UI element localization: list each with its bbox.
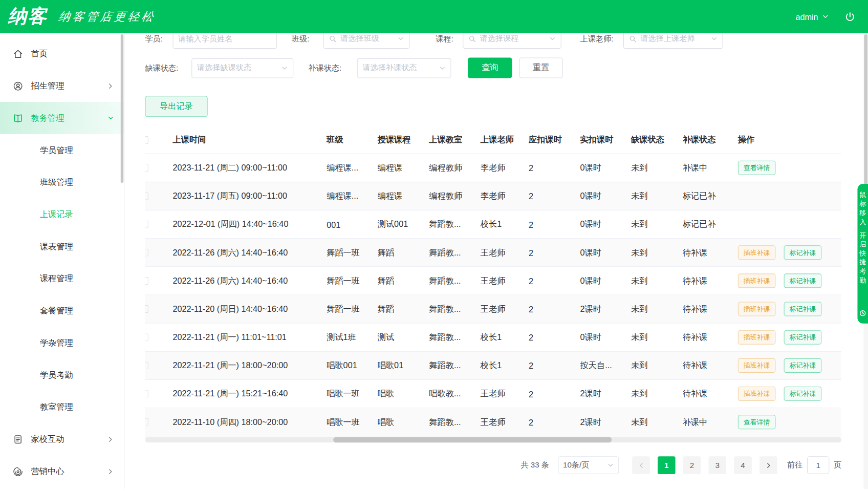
- page-button-4[interactable]: 4: [734, 456, 752, 474]
- page-size-value: 10条/页: [563, 460, 607, 470]
- filter-select[interactable]: 请选择补课状态: [357, 58, 451, 78]
- user-menu[interactable]: admin: [795, 12, 829, 21]
- cell-due: 2: [523, 248, 575, 257]
- column-header: 班级: [321, 135, 372, 145]
- insert-class-makeup-button[interactable]: 插班补课: [738, 387, 776, 401]
- sidebar-item-1[interactable]: 招生管理: [0, 70, 124, 102]
- academic-icon: [12, 113, 24, 124]
- mark-makeup-button[interactable]: 标记补课: [784, 245, 822, 260]
- view-details-button[interactable]: 查看详情: [738, 161, 776, 175]
- clipped-checkbox: [145, 277, 148, 285]
- cell-room: 舞蹈教...: [423, 417, 475, 428]
- sidebar-scrollbar[interactable]: [121, 34, 123, 183]
- page-button-1[interactable]: 1: [658, 456, 676, 474]
- sidebar-subitem-4[interactable]: 班级管理: [0, 166, 124, 198]
- checkbox-column-spacer: [145, 192, 167, 200]
- sidebar-item-label: 套餐管理: [40, 306, 73, 316]
- cell-makeup: 标记已补: [677, 219, 732, 230]
- sidebar-subitem-3[interactable]: 学员管理: [0, 134, 124, 166]
- sidebar-subitem-7[interactable]: 课程管理: [0, 263, 124, 295]
- sidebar-item-2[interactable]: 教务管理: [0, 102, 124, 134]
- chevron-down-icon: [822, 13, 829, 20]
- cell-due: 2: [523, 417, 575, 427]
- sidebar-item-label: 家校互动: [31, 434, 64, 444]
- student-name-field[interactable]: [178, 34, 271, 43]
- sidebar-subitem-9[interactable]: 学杂管理: [0, 327, 124, 359]
- column-header: 应扣课时: [523, 135, 575, 145]
- next-page-button[interactable]: [760, 456, 777, 474]
- cell-absent: 未到: [625, 247, 677, 258]
- cell-makeup: 标记已补: [677, 191, 732, 202]
- page-button-2[interactable]: 2: [683, 456, 701, 474]
- column-header: 操作: [732, 135, 841, 145]
- clipped-checkbox: [145, 362, 148, 369]
- view-details-button[interactable]: 查看详情: [738, 415, 776, 429]
- sidebar-subitem-8[interactable]: 套餐管理: [0, 294, 124, 327]
- power-logout-icon[interactable]: [844, 11, 856, 23]
- search-icon: [468, 35, 476, 42]
- app-logo: 纳客: [8, 4, 48, 30]
- mark-makeup-button[interactable]: 标记补课: [784, 358, 822, 373]
- cell-time: 2022-11-21 (周一) 15:21~16:40: [167, 389, 321, 399]
- select-placeholder: 请选择补课状态: [362, 63, 436, 73]
- cell-course: 测试: [372, 332, 424, 343]
- cell-teacher: 校长1: [475, 332, 523, 343]
- table-horizontal-scrollbar[interactable]: [145, 437, 841, 442]
- insert-class-makeup-button[interactable]: 插班补课: [738, 330, 776, 345]
- insert-class-makeup-button[interactable]: 插班补课: [738, 302, 776, 316]
- sidebar-subitem-11[interactable]: 教室管理: [0, 391, 124, 423]
- cell-due: 2: [523, 276, 575, 285]
- cell-className: 测试1班: [321, 332, 372, 343]
- cell-teacher: 校长1: [475, 219, 523, 230]
- search-button[interactable]: 查询: [468, 57, 512, 78]
- checkbox-column-spacer: [145, 305, 167, 313]
- page-size-select[interactable]: 10条/页: [558, 456, 619, 474]
- cell-course: 舞蹈: [372, 275, 424, 286]
- search-icon: [329, 35, 336, 42]
- mark-makeup-button[interactable]: 标记补课: [784, 330, 822, 345]
- cell-room: 舞蹈教...: [423, 304, 475, 314]
- chevron-down-icon: [107, 115, 114, 121]
- mark-makeup-button[interactable]: 标记补课: [784, 273, 822, 288]
- sidebar-item-0[interactable]: 首页: [0, 38, 124, 70]
- horizontal-scroll-thumb[interactable]: [333, 437, 612, 442]
- mark-makeup-button[interactable]: 标记补课: [784, 302, 822, 316]
- prev-page-button[interactable]: [632, 456, 650, 474]
- insert-class-makeup-button[interactable]: 插班补课: [738, 358, 776, 373]
- sidebar-subitem-5[interactable]: 上课记录: [0, 198, 124, 230]
- column-header: 授课课程: [372, 135, 424, 145]
- cell-actual: 0课时: [575, 191, 626, 202]
- column-header: 上课老师: [475, 135, 523, 145]
- sidebar-item-13[interactable]: 营销中心: [0, 455, 124, 487]
- chevron-down-icon: [549, 35, 556, 42]
- page-button-3[interactable]: 3: [708, 456, 726, 474]
- mark-makeup-button[interactable]: 标记补课: [784, 387, 822, 401]
- reset-button[interactable]: 重置: [519, 57, 563, 78]
- sidebar-item-label: 营销中心: [31, 466, 64, 477]
- cell-due: 2: [523, 361, 575, 370]
- chevron-down-icon: [607, 462, 614, 469]
- chevron-left-icon: [637, 462, 644, 469]
- sidebar-item-12[interactable]: 家校互动: [0, 423, 124, 455]
- cell-room: 编程教师: [423, 162, 475, 173]
- table-row: 2022-11-21 (周一) 15:21~16:40唱歌一班唱歌唱歌教...王…: [145, 380, 841, 408]
- goto-page-input[interactable]: [807, 456, 829, 474]
- checkbox-column-spacer: [145, 249, 167, 257]
- logo-slogan: 纳客管店更轻松: [58, 9, 157, 24]
- insert-class-makeup-button[interactable]: 插班补课: [738, 245, 776, 260]
- checkbox-column-spacer: [145, 418, 167, 426]
- cell-className: 唱歌001: [321, 360, 372, 371]
- table-row: 2022-11-20 (周日) 14:40~16:40舞蹈一班舞蹈舞蹈教...王…: [145, 295, 841, 324]
- quick-attendance-tab[interactable]: 鼠标移入 开启快捷考勤: [857, 184, 868, 324]
- cell-course: 编程课: [372, 162, 424, 173]
- cell-actions: 插班补课标记补课: [732, 358, 841, 373]
- cell-time: 2023-11-17 (周五) 09:00~11:00: [167, 191, 321, 202]
- insert-class-makeup-button[interactable]: 插班补课: [738, 273, 776, 288]
- sidebar-subitem-6[interactable]: 课表管理: [0, 230, 124, 263]
- side-tab-text-1: 鼠标移入: [859, 190, 866, 226]
- sidebar-subitem-10[interactable]: 学员考勤: [0, 359, 124, 391]
- filter-select[interactable]: 请选择缺课状态: [191, 58, 293, 78]
- export-records-button[interactable]: 导出记录: [145, 96, 207, 117]
- cell-time: 2022-11-10 (周四) 18:00~20:00: [167, 417, 321, 428]
- clipped-checkbox: [145, 164, 148, 172]
